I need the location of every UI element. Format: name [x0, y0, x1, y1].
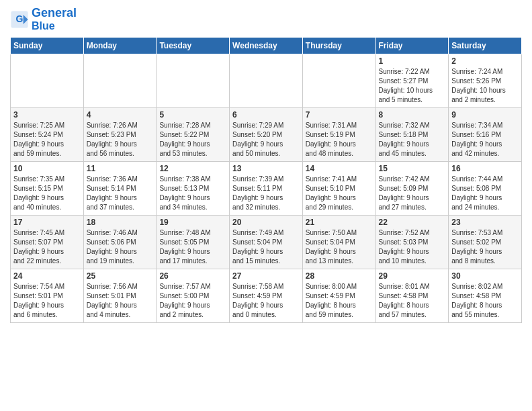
page-header: G General Blue [10, 7, 522, 32]
day-info: Sunrise: 7:57 AM Sunset: 5:00 PM Dayligh… [159, 282, 226, 320]
day-number: 26 [159, 271, 226, 281]
calendar-cell: 11Sunrise: 7:36 AM Sunset: 5:14 PM Dayli… [83, 162, 157, 216]
calendar-cell: 12Sunrise: 7:38 AM Sunset: 5:13 PM Dayli… [157, 162, 230, 216]
day-info: Sunrise: 7:35 AM Sunset: 5:15 PM Dayligh… [13, 175, 81, 212]
day-info: Sunrise: 7:28 AM Sunset: 5:22 PM Dayligh… [159, 121, 226, 158]
weekday-header: Sunday [11, 38, 84, 54]
day-info: Sunrise: 7:41 AM Sunset: 5:10 PM Dayligh… [306, 175, 373, 212]
day-number: 3 [13, 110, 81, 120]
day-number: 12 [159, 164, 226, 173]
logo: G General Blue [10, 7, 77, 32]
day-number: 15 [379, 164, 446, 173]
weekday-header: Wednesday [230, 38, 303, 54]
calendar-cell: 18Sunrise: 7:46 AM Sunset: 5:06 PM Dayli… [83, 216, 157, 269]
calendar-cell: 16Sunrise: 7:44 AM Sunset: 5:08 PM Dayli… [449, 162, 522, 216]
day-info: Sunrise: 7:36 AM Sunset: 5:14 PM Dayligh… [87, 175, 154, 212]
logo-text: General Blue [32, 7, 77, 32]
day-info: Sunrise: 7:46 AM Sunset: 5:06 PM Dayligh… [87, 228, 154, 266]
day-info: Sunrise: 7:39 AM Sunset: 5:11 PM Dayligh… [232, 175, 300, 212]
day-number: 9 [451, 110, 519, 120]
weekday-header: Tuesday [157, 38, 230, 54]
calendar-cell: 13Sunrise: 7:39 AM Sunset: 5:11 PM Dayli… [230, 162, 303, 216]
calendar-cell: 10Sunrise: 7:35 AM Sunset: 5:15 PM Dayli… [11, 162, 84, 216]
day-number: 2 [451, 56, 519, 66]
day-number: 7 [306, 110, 373, 120]
day-info: Sunrise: 8:00 AM Sunset: 4:59 PM Dayligh… [306, 282, 373, 320]
day-info: Sunrise: 7:32 AM Sunset: 5:18 PM Dayligh… [379, 121, 446, 158]
day-info: Sunrise: 7:48 AM Sunset: 5:05 PM Dayligh… [159, 228, 226, 266]
calendar-week-row: 3Sunrise: 7:25 AM Sunset: 5:24 PM Daylig… [11, 108, 522, 162]
weekday-header: Saturday [449, 38, 522, 54]
calendar-cell: 26Sunrise: 7:57 AM Sunset: 5:00 PM Dayli… [157, 269, 230, 323]
day-info: Sunrise: 7:38 AM Sunset: 5:13 PM Dayligh… [159, 175, 226, 212]
day-info: Sunrise: 7:56 AM Sunset: 5:01 PM Dayligh… [87, 282, 154, 320]
calendar-cell: 1Sunrise: 7:22 AM Sunset: 5:27 PM Daylig… [375, 54, 449, 108]
day-number: 21 [306, 218, 373, 227]
calendar-cell: 20Sunrise: 7:49 AM Sunset: 5:04 PM Dayli… [230, 216, 303, 269]
calendar-cell: 21Sunrise: 7:50 AM Sunset: 5:04 PM Dayli… [302, 216, 375, 269]
day-info: Sunrise: 7:45 AM Sunset: 5:07 PM Dayligh… [13, 228, 81, 266]
day-info: Sunrise: 7:49 AM Sunset: 5:04 PM Dayligh… [232, 228, 300, 266]
day-info: Sunrise: 7:52 AM Sunset: 5:03 PM Dayligh… [379, 228, 446, 266]
calendar-cell: 15Sunrise: 7:42 AM Sunset: 5:09 PM Dayli… [375, 162, 449, 216]
day-number: 4 [87, 110, 154, 120]
day-number: 6 [232, 110, 300, 120]
day-number: 5 [159, 110, 226, 120]
day-info: Sunrise: 7:31 AM Sunset: 5:19 PM Dayligh… [306, 121, 373, 158]
day-number: 24 [13, 271, 81, 281]
day-number: 20 [232, 218, 300, 227]
weekday-header: Thursday [302, 38, 375, 54]
weekday-header: Monday [83, 38, 157, 54]
day-info: Sunrise: 7:34 AM Sunset: 5:16 PM Dayligh… [451, 121, 519, 158]
calendar-cell: 8Sunrise: 7:32 AM Sunset: 5:18 PM Daylig… [375, 108, 449, 162]
calendar-header: SundayMondayTuesdayWednesdayThursdayFrid… [11, 38, 522, 54]
day-info: Sunrise: 7:25 AM Sunset: 5:24 PM Dayligh… [13, 121, 81, 158]
day-info: Sunrise: 7:24 AM Sunset: 5:26 PM Dayligh… [451, 67, 519, 105]
calendar-cell: 29Sunrise: 8:01 AM Sunset: 4:58 PM Dayli… [375, 269, 449, 323]
weekday-header-row: SundayMondayTuesdayWednesdayThursdayFrid… [11, 38, 522, 54]
calendar-cell: 23Sunrise: 7:53 AM Sunset: 5:02 PM Dayli… [449, 216, 522, 269]
calendar-cell [302, 54, 375, 108]
day-number: 18 [87, 218, 154, 227]
day-number: 19 [159, 218, 226, 227]
calendar-cell: 9Sunrise: 7:34 AM Sunset: 5:16 PM Daylig… [449, 108, 522, 162]
calendar-week-row: 10Sunrise: 7:35 AM Sunset: 5:15 PM Dayli… [11, 162, 522, 216]
day-info: Sunrise: 7:42 AM Sunset: 5:09 PM Dayligh… [379, 175, 446, 212]
svg-text:G: G [16, 13, 24, 24]
day-info: Sunrise: 7:54 AM Sunset: 5:01 PM Dayligh… [13, 282, 81, 320]
day-number: 8 [379, 110, 446, 120]
calendar-cell: 27Sunrise: 7:58 AM Sunset: 4:59 PM Dayli… [230, 269, 303, 323]
calendar-week-row: 1Sunrise: 7:22 AM Sunset: 5:27 PM Daylig… [11, 54, 522, 108]
day-number: 29 [379, 271, 446, 281]
calendar-cell: 22Sunrise: 7:52 AM Sunset: 5:03 PM Dayli… [375, 216, 449, 269]
day-number: 17 [13, 218, 81, 227]
day-info: Sunrise: 8:01 AM Sunset: 4:58 PM Dayligh… [379, 282, 446, 320]
calendar-cell: 4Sunrise: 7:26 AM Sunset: 5:23 PM Daylig… [83, 108, 157, 162]
day-info: Sunrise: 7:50 AM Sunset: 5:04 PM Dayligh… [306, 228, 373, 266]
day-number: 30 [451, 271, 519, 281]
day-number: 13 [232, 164, 300, 173]
calendar-cell: 7Sunrise: 7:31 AM Sunset: 5:19 PM Daylig… [302, 108, 375, 162]
day-number: 28 [306, 271, 373, 281]
day-info: Sunrise: 7:26 AM Sunset: 5:23 PM Dayligh… [87, 121, 154, 158]
day-number: 22 [379, 218, 446, 227]
day-number: 16 [451, 164, 519, 173]
day-info: Sunrise: 7:22 AM Sunset: 5:27 PM Dayligh… [379, 67, 446, 105]
day-number: 25 [87, 271, 154, 281]
calendar-cell [157, 54, 230, 108]
day-info: Sunrise: 7:58 AM Sunset: 4:59 PM Dayligh… [232, 282, 300, 320]
calendar-cell: 19Sunrise: 7:48 AM Sunset: 5:05 PM Dayli… [157, 216, 230, 269]
calendar-cell: 30Sunrise: 8:02 AM Sunset: 4:58 PM Dayli… [449, 269, 522, 323]
calendar-table: SundayMondayTuesdayWednesdayThursdayFrid… [10, 37, 522, 323]
day-number: 23 [451, 218, 519, 227]
calendar-cell [83, 54, 157, 108]
calendar-cell: 5Sunrise: 7:28 AM Sunset: 5:22 PM Daylig… [157, 108, 230, 162]
calendar-week-row: 24Sunrise: 7:54 AM Sunset: 5:01 PM Dayli… [11, 269, 522, 323]
calendar-week-row: 17Sunrise: 7:45 AM Sunset: 5:07 PM Dayli… [11, 216, 522, 269]
weekday-header: Friday [375, 38, 449, 54]
calendar-cell: 28Sunrise: 8:00 AM Sunset: 4:59 PM Dayli… [302, 269, 375, 323]
day-number: 10 [13, 164, 81, 173]
calendar-cell [11, 54, 84, 108]
calendar-cell [230, 54, 303, 108]
calendar-cell: 25Sunrise: 7:56 AM Sunset: 5:01 PM Dayli… [83, 269, 157, 323]
